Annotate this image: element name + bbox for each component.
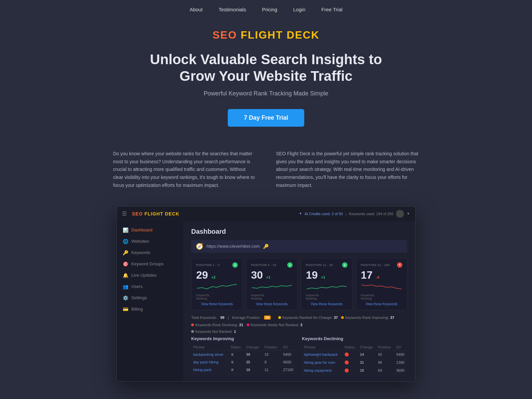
nav-testimonials[interactable]: Testimonials: [218, 7, 246, 12]
app-logo: SEO FLIGHT DECK: [132, 211, 180, 216]
improving-table: Phrase Status Change Position SV backpac…: [191, 344, 297, 374]
view-link-4[interactable]: View these Keywords: [361, 302, 402, 306]
nav-about[interactable]: About: [190, 7, 202, 12]
hero-headline: Unlock Valuable Search Insights to Grow …: [133, 51, 399, 85]
table-row: day pack hiking ⏸ 25 8 6600: [191, 358, 297, 366]
improving-change-0: 39: [244, 350, 262, 358]
view-link-3[interactable]: View these Keywords: [306, 302, 347, 306]
improving-title: Keywords Improving: [191, 336, 297, 341]
declining-title: Keywords Declining: [302, 336, 407, 341]
declining-position-2: 69: [376, 366, 394, 374]
users-icon: 👥: [123, 284, 128, 289]
sidebar-item-dashboard[interactable]: 📊 Dashboard: [117, 224, 183, 236]
dot-no-change: [278, 316, 281, 319]
nav-pricing[interactable]: Pricing: [262, 7, 277, 12]
declining-th-sv: SV: [394, 344, 407, 351]
pos-label-4: POSITION 21 - 100: [361, 263, 390, 267]
cta-button[interactable]: 7 Day Free Trial: [228, 109, 304, 127]
sparkline-2: [251, 282, 293, 291]
pos-label-2: POSITION 4 - 10: [251, 263, 276, 267]
pos-label-1: POSITION 1 - 3: [196, 263, 220, 267]
improving-header-row: Phrase Status Change Position SV: [191, 344, 297, 351]
improving-phrase-0: backpacking stove: [191, 350, 228, 358]
stats-row: Total Keywords: 99 | Average Position: 1…: [191, 316, 407, 327]
dot-improving: [341, 316, 344, 319]
nav-login[interactable]: Login: [293, 7, 306, 12]
sidebar: 📊 Dashboard 🌐 Websites 🔑 Keywords 🎯 Keyw…: [117, 221, 183, 381]
declining-section: Keywords Declining Phrase Status Change …: [302, 336, 407, 375]
improving-change-1: 25: [244, 358, 262, 366]
description-right: SEO Flight Deck is the powerful yet simp…: [276, 150, 419, 190]
improving-position-0: 15: [263, 350, 281, 358]
keywords-icon: 🔑: [123, 250, 128, 255]
keyword-tables: Keywords Improving Phrase Status Change …: [191, 336, 407, 375]
view-link-1[interactable]: View these Keywords: [196, 302, 238, 306]
pos-change-1: +2: [211, 275, 216, 279]
pos-footer-2: Keywords Ranking: [251, 294, 293, 300]
pos-number-4: 17: [361, 270, 373, 280]
improving-status-2: ⏸: [228, 366, 244, 373]
view-link-2[interactable]: View these Keywords: [251, 302, 293, 306]
url-bar[interactable]: 🧭 https://www.cleverhiker.com 🔑: [191, 240, 407, 253]
dot-new-not-ranked: [247, 324, 249, 326]
sidebar-item-live-updates[interactable]: 🔔 Live Updates: [117, 270, 183, 281]
declining-phrase-0: lightweight backpack: [302, 350, 342, 358]
declining-table: Phrase Status Change Position SV lightwe…: [302, 344, 407, 375]
stat-not-ranked: Keywords Not Ranked: 1: [191, 330, 236, 333]
declining-th-position: Position: [376, 344, 394, 351]
declining-th-status: Status: [342, 344, 358, 351]
dot-not-ranked: [191, 330, 194, 333]
table-row: hiking equipment 🔴 10 69 3600: [302, 366, 407, 374]
improving-th-change: Change: [244, 344, 262, 351]
declining-position-0: 42: [376, 350, 394, 358]
declining-change-1: 31: [358, 358, 376, 366]
table-row: backpacking stove ⏸ 39 15 5400: [191, 350, 297, 358]
avg-pos-value: 16: [264, 316, 271, 320]
sidebar-item-keyword-groups[interactable]: 🎯 Keyword Groups: [117, 258, 183, 270]
improving-status-0: ⏸: [228, 350, 244, 358]
declining-phrase-1: hiking gear for men: [302, 358, 342, 366]
declining-change-2: 10: [358, 366, 376, 374]
sidebar-item-users[interactable]: 👥 Users: [117, 281, 183, 292]
user-avatar-icon[interactable]: [396, 210, 404, 218]
improving-phrase-1: day pack hiking: [191, 358, 228, 366]
stats-row-2: Keywords Not Ranked: 1: [191, 330, 407, 333]
nav-free-trial[interactable]: Free Trial: [321, 7, 342, 12]
stat-new-not-ranked: Keywords Newly Not Ranked: 3: [247, 323, 303, 327]
declining-th-change: Change: [358, 344, 376, 351]
position-card-4-10: POSITION 4 - 10 ▲ 30 +1 Keywords Ranking: [246, 258, 298, 310]
declining-header-row: Phrase Status Change Position SV: [302, 344, 407, 351]
websites-icon: 🌐: [123, 239, 128, 244]
app-body: 📊 Dashboard 🌐 Websites 🔑 Keywords 🎯 Keyw…: [117, 221, 415, 381]
main-nav: About Testimonials Pricing Login Free Tr…: [0, 0, 532, 19]
pos-change-2: +1: [266, 275, 271, 279]
sidebar-item-billing[interactable]: 💳 Billing: [117, 304, 183, 315]
improving-th-position: Position: [263, 344, 281, 351]
sparkline-3: [306, 282, 347, 291]
logo-seo: SEO: [212, 29, 237, 41]
hamburger-icon[interactable]: ☰: [122, 210, 127, 217]
stat-declining: Keywords Rank Declining: 21: [191, 323, 243, 327]
pos-footer-3: Keywords Ranking: [306, 294, 347, 300]
description-left: Do you know where your website ranks for…: [113, 150, 256, 190]
hero-subtitle: Powerful Keyword Rank Tracking Made Simp…: [7, 90, 525, 97]
sidebar-item-keywords[interactable]: 🔑 Keywords: [117, 247, 183, 258]
pos-badge-1: ▲: [232, 262, 238, 268]
improving-change-2: 16: [244, 366, 262, 373]
improving-sv-2: 27100: [281, 366, 297, 373]
sidebar-item-websites[interactable]: 🌐 Websites: [117, 236, 183, 247]
declining-sv-2: 3600: [394, 366, 407, 374]
sidebar-item-settings[interactable]: ⚙️ Settings: [117, 292, 183, 304]
improving-phrase-2: hiking pack: [191, 366, 228, 373]
dashboard-content: Dashboard 🧭 https://www.cleverhiker.com …: [183, 221, 415, 381]
table-row: hiking gear for men 🔴 31 96 1300: [302, 358, 407, 366]
declining-change-0: 14: [358, 350, 376, 358]
improving-position-1: 8: [263, 358, 281, 366]
user-dropdown-icon[interactable]: ▼: [407, 212, 410, 215]
position-card-21-100: POSITION 21 - 100 ▼ 17 -4 Keywords Ranki…: [356, 258, 407, 310]
logo-fd: FLIGHT DECK: [241, 29, 320, 41]
table-row: lightweight backpack 🔴 14 42 5400: [302, 350, 407, 358]
declining-sv-0: 5400: [394, 350, 407, 358]
sparkline-1: [196, 282, 238, 291]
position-cards: POSITION 1 - 3 ▲ 29 +2 Keywords Ranking: [191, 258, 407, 310]
